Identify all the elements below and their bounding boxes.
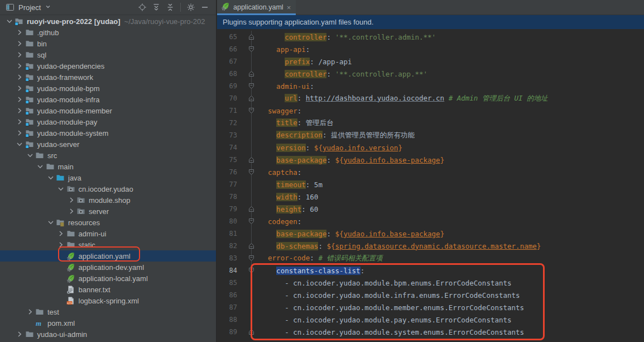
tree-item-test[interactable]: test (0, 306, 216, 317)
chevron-down-icon[interactable] (45, 2, 51, 12)
tree-chevron-collapsed-icon[interactable] (15, 73, 25, 81)
tree-chevron-collapsed-icon[interactable] (15, 96, 25, 103)
hide-panel-icon[interactable] (199, 2, 210, 13)
fold-marker-down-icon[interactable] (237, 104, 259, 117)
tree-item-yudao-module-member[interactable]: yudao-module-member (0, 105, 216, 116)
tree-item-yudao-module-system[interactable]: yudao-module-system (0, 127, 216, 139)
code-line-79[interactable]: 79 height: 60 (217, 203, 644, 215)
code-line-67[interactable]: 67 prefix: /app-api (217, 55, 644, 68)
code-line-78[interactable]: 78 width: 160 (217, 191, 644, 203)
fold-marker-up-icon[interactable] (237, 68, 259, 80)
tree-item-yudao-module-pay[interactable]: yudao-module-pay (0, 116, 216, 127)
tree-chevron-expanded-icon[interactable] (4, 17, 14, 25)
tree-item-sql[interactable]: sql (0, 49, 216, 60)
tree-item-application.yaml[interactable]: application.yaml (0, 250, 216, 262)
fold-marker-down-icon[interactable] (237, 264, 259, 277)
fold-marker-down-icon[interactable] (237, 252, 259, 264)
code-line-83[interactable]: 83 error-code: # 错误码相关配置项 (217, 252, 644, 264)
fold-marker-down-icon[interactable] (237, 215, 259, 227)
tree-item-cn.iocoder.yudao[interactable]: cn.iocoder.yudao (0, 183, 216, 194)
code-line-76[interactable]: 76 captcha: (217, 166, 644, 178)
code-line-70[interactable]: 70 url: http://dashboard.yudao.iocoder.c… (217, 92, 644, 104)
code-line-68[interactable]: 68 controller: '**.controller.app.**' (217, 68, 644, 80)
tree-item-module.shop[interactable]: module.shop (0, 194, 216, 206)
code-line-82[interactable]: 82 db-schemas: ${spring.datasource.dynam… (217, 240, 644, 252)
tree-item-yudao-ui-admin[interactable]: yudao-ui-admin (0, 329, 216, 340)
fold-marker-down-icon[interactable] (237, 166, 259, 178)
tree-item-yudao-framework[interactable]: yudao-framework (0, 72, 216, 83)
fold-marker-up-icon[interactable] (237, 31, 259, 43)
code-line-75[interactable]: 75 base-package: ${yudao.info.base-packa… (217, 154, 644, 166)
collapse-all-icon[interactable] (165, 2, 176, 13)
code-line-86[interactable]: 86 - cn.iocoder.yudao.module.infra.enums… (217, 289, 644, 301)
code-line-71[interactable]: 71 swagger: (217, 104, 644, 117)
tree-item-yudao-server[interactable]: yudao-server (0, 139, 216, 150)
tree-chevron-collapsed-icon[interactable] (15, 118, 25, 126)
tree-chevron-expanded-icon[interactable] (25, 151, 35, 159)
code-line-72[interactable]: 72 title: 管理后台 (217, 117, 644, 129)
fold-marker-up-icon[interactable] (237, 240, 259, 252)
code-line-88[interactable]: 88 - cn.iocoder.yudao.module.pay.enums.E… (217, 314, 644, 326)
expand-all-icon[interactable] (151, 2, 162, 13)
close-tab-icon[interactable]: × (287, 4, 291, 11)
tree-chevron-collapsed-icon[interactable] (15, 107, 25, 115)
code-line-87[interactable]: 87 - cn.iocoder.yudao.module.member.enum… (217, 301, 644, 314)
tree-item-yudao-module-bpm[interactable]: yudao-module-bpm (0, 83, 216, 94)
tree-item-resources[interactable]: resources (0, 217, 216, 228)
tree-chevron-collapsed-icon[interactable] (66, 207, 76, 215)
tree-chevron-collapsed-icon[interactable] (15, 62, 25, 70)
tree-item-partial[interactable] (0, 340, 216, 342)
tree-item-bin[interactable]: bin (0, 38, 216, 49)
fold-marker-up-icon[interactable] (237, 203, 259, 215)
fold-marker-down-icon[interactable] (237, 80, 259, 92)
tree-item-java[interactable]: java (0, 172, 216, 183)
code-editor[interactable]: 65 controller: '**.controller.admin.**'6… (217, 29, 644, 342)
tree-item-admin-ui[interactable]: admin-ui (0, 228, 216, 239)
fold-marker-up-icon[interactable] (237, 154, 259, 166)
tree-item-server[interactable]: server (0, 206, 216, 217)
code-line-81[interactable]: 81 base-package: ${yudao.info.base-packa… (217, 227, 644, 240)
tree-chevron-expanded-icon[interactable] (15, 140, 25, 148)
code-line-74[interactable]: 74 version: ${yudao.info.version} (217, 141, 644, 154)
tree-item-ruoyi-vue-pro-2022 [yudao][interactable]: ruoyi-vue-pro-2022 [yudao]~/Java/ruoyi-v… (0, 16, 216, 27)
tree-chevron-collapsed-icon[interactable] (15, 40, 25, 48)
code-line-89[interactable]: 89 - cn.iocoder.yudao.module.system.enum… (217, 326, 644, 338)
tree-item-yudao-dependencies[interactable]: yudao-dependencies (0, 60, 216, 72)
tree-chevron-collapsed-icon[interactable] (56, 230, 66, 238)
code-line-80[interactable]: 80 codegen: (217, 215, 644, 227)
tree-item-application-dev.yaml[interactable]: application-dev.yaml (0, 262, 216, 273)
tree-chevron-collapsed-icon[interactable] (15, 330, 25, 338)
tree-item-.github[interactable]: .github (0, 27, 216, 38)
fold-marker-up-icon[interactable] (237, 326, 259, 338)
tree-chevron-expanded-icon[interactable] (46, 174, 55, 182)
tree-chevron-collapsed-icon[interactable] (56, 241, 66, 249)
tree-chevron-collapsed-icon[interactable] (66, 196, 76, 204)
code-line-66[interactable]: 66 app-api: (217, 43, 644, 55)
tree-item-logback-spring.xml[interactable]: </>logback-spring.xml (0, 295, 216, 306)
tree-chevron-collapsed-icon[interactable] (25, 308, 35, 316)
tree-item-main[interactable]: main (0, 161, 216, 172)
locate-file-icon[interactable] (137, 2, 148, 13)
tree-item-yudao-module-infra[interactable]: yudao-module-infra (0, 94, 216, 105)
code-line-85[interactable]: 85 - cn.iocoder.yudao.module.bpm.enums.E… (217, 277, 644, 289)
tab-application-yaml[interactable]: application.yaml × (217, 0, 296, 15)
tree-item-application-local.yaml[interactable]: application-local.yaml (0, 273, 216, 284)
fold-marker-up-icon[interactable] (237, 92, 259, 104)
fold-marker-down-icon[interactable] (237, 43, 259, 55)
tree-chevron-expanded-icon[interactable] (56, 185, 66, 193)
code-line-69[interactable]: 69 admin-ui: (217, 80, 644, 92)
code-line-84[interactable]: 84 constants-class-list: (217, 264, 644, 277)
tree-chevron-collapsed-icon[interactable] (15, 51, 25, 59)
tree-chevron-collapsed-icon[interactable] (15, 28, 25, 36)
tree-item-banner.txt[interactable]: banner.txt (0, 284, 216, 295)
tree-chevron-collapsed-icon[interactable] (15, 129, 25, 137)
tree-chevron-expanded-icon[interactable] (36, 163, 45, 170)
tree-item-pom.xml[interactable]: mpom.xml (0, 317, 216, 329)
code-line-73[interactable]: 73 description: 提供管理员管理的所有功能 (217, 129, 644, 141)
tree-chevron-expanded-icon[interactable] (46, 218, 55, 226)
settings-gear-icon[interactable] (185, 2, 196, 13)
code-line-65[interactable]: 65 controller: '**.controller.admin.**' (217, 31, 644, 43)
code-line-77[interactable]: 77 timeout: 5m (217, 178, 644, 191)
tree-item-src[interactable]: src (0, 150, 216, 161)
tree-item-static[interactable]: static (0, 239, 216, 250)
